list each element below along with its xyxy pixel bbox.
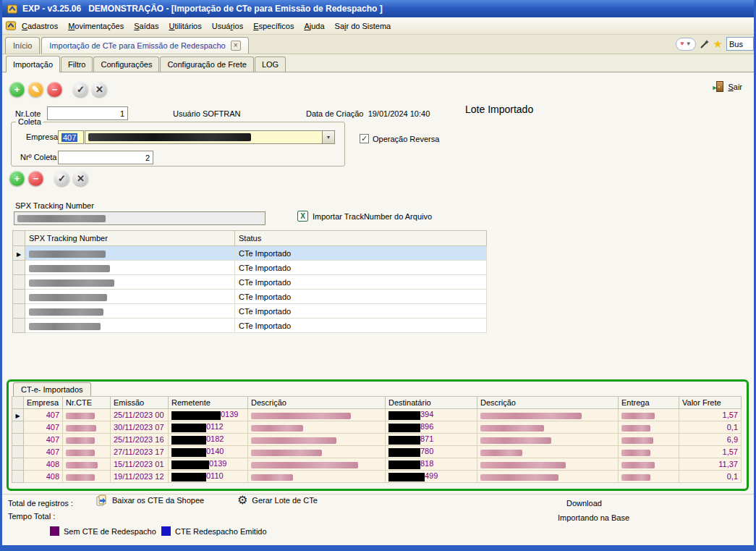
cte-row[interactable]: 40730/11/2023 0701128960,1 — [12, 421, 742, 434]
baixar-cte-button[interactable]: Baixar os CTE da Shopee — [96, 495, 204, 506]
descricao2-cell — [477, 458, 619, 471]
add-button[interactable]: + — [9, 171, 25, 186]
tab-inicio[interactable]: Início — [5, 37, 40, 54]
empresa-combo[interactable]: ▼ — [85, 130, 335, 144]
status-column-header[interactable]: Status — [235, 231, 487, 246]
empresa-label: Empresa — [26, 133, 58, 141]
favorites-dropdown-button[interactable]: ♥▼ — [676, 38, 695, 51]
subtab-configuracao-de-frete[interactable]: Configuração de Frete — [160, 56, 253, 72]
empresa-code-input[interactable]: 407 — [58, 130, 84, 144]
cancel-button[interactable]: ✕ — [73, 171, 88, 186]
menu-item-movimentacoes[interactable]: Movimentações — [63, 19, 129, 33]
redacted-nr-cte — [66, 425, 96, 432]
subtab-filtro[interactable]: Filtro — [61, 56, 93, 72]
importar-tracknumber-button[interactable]: X Importar TrackNumber do Arquivo — [297, 211, 432, 222]
empresa-cell: 407 — [24, 434, 63, 446]
valor-frete-cell: 1,57 — [679, 446, 742, 458]
menu-item-sair-do-sistema[interactable]: Sair do Sistema — [330, 19, 396, 33]
cte-row[interactable]: 40815/11/2023 01013981811,37 — [12, 458, 742, 471]
tracking-row[interactable]: CTe Importado — [13, 261, 487, 275]
status-cell: CTe Importado — [235, 246, 487, 261]
descricao2-cell — [477, 409, 619, 421]
confirm-button[interactable]: ✓ — [73, 82, 88, 97]
descricao2-cell — [477, 434, 619, 446]
coleta-groupbox: Coleta Empresa 407 ▼ Nrº Coleta 2 — [11, 117, 345, 167]
edit-button[interactable]: ✎ — [28, 82, 43, 97]
redacted-nr-cte — [66, 474, 95, 481]
cte-row[interactable]: 40727/11/2023 1701407801,57 — [12, 446, 742, 458]
importar-tracknumber-label: Importar TrackNumber do Arquivo — [313, 212, 432, 221]
tracking-toolbar: +−✓✕ — [9, 171, 88, 186]
tracking-number-column-header[interactable]: SPX Tracking Number — [25, 231, 235, 246]
tracking-row[interactable]: ▶CTe Importado — [13, 246, 487, 261]
descricao-cell — [248, 421, 386, 434]
redacted-tracking-number — [29, 279, 114, 287]
cte-row[interactable]: 40725/11/2023 1601828716,9 — [12, 434, 742, 446]
empresa-cell: 408 — [24, 471, 63, 483]
redacted-descricao — [251, 474, 293, 481]
cte-column-header-entrega[interactable]: Entrega — [619, 397, 679, 409]
confirm-button[interactable]: ✓ — [54, 171, 69, 186]
coleta-legend: Coleta — [16, 117, 43, 126]
chevron-down-icon: ▼ — [686, 41, 692, 47]
valor-frete-cell: 1,57 — [679, 409, 742, 421]
cancel-button[interactable]: ✕ — [92, 82, 107, 97]
cte-column-header-nr-cte[interactable]: Nr.CTE — [63, 397, 111, 409]
subtab-importacao[interactable]: Importação — [6, 56, 60, 72]
row-indicator-icon: ▶ — [15, 413, 20, 419]
subtab-log[interactable]: LOG — [255, 56, 286, 72]
cte-grid: EmpresaNr.CTEEmissãoRemetenteDescriçãoDe… — [12, 396, 742, 483]
subtab-configuracoes[interactable]: Configurações — [93, 56, 159, 72]
delete-button[interactable]: − — [47, 82, 62, 97]
row-gutter-cell — [12, 458, 24, 471]
cte-column-header-remetente[interactable]: Remetente — [169, 397, 248, 409]
redacted-entrega — [621, 437, 653, 444]
cte-column-header-descricao[interactable]: Descrição — [477, 397, 619, 409]
nr-coleta-input[interactable]: 2 — [58, 151, 153, 164]
menu-app-icon[interactable] — [5, 20, 17, 31]
tracking-row[interactable]: CTe Importado — [13, 275, 487, 290]
operacao-reversa-checkbox[interactable]: ✓ Operação Reversa — [360, 134, 439, 143]
cte-row[interactable]: 40819/11/2023 1201104990,1 — [12, 471, 742, 483]
spx-input[interactable] — [14, 211, 266, 225]
app-window: EXP - v3.25.06 DEMONSTRAÇÃO - [Importaçã… — [0, 0, 756, 551]
add-button[interactable]: + — [9, 82, 25, 97]
tracking-row[interactable]: CTe Importado — [13, 290, 487, 304]
nr-cte-cell — [63, 434, 111, 446]
nr-lote-value: 1 — [120, 109, 124, 118]
search-input[interactable] — [726, 37, 754, 51]
legend-swatch — [161, 526, 171, 536]
menu-item-saidas[interactable]: Saídas — [129, 19, 163, 33]
wand-icon[interactable] — [700, 39, 710, 49]
cte-row[interactable]: ▶40725/11/2023 0001393941,57 — [12, 409, 742, 421]
sair-button[interactable]: ► Sair — [712, 81, 742, 93]
cte-column-header-descricao[interactable]: Descrição — [248, 397, 386, 409]
delete-button[interactable]: − — [28, 171, 43, 186]
tracking-number-cell — [25, 290, 235, 304]
combo-dropdown-icon[interactable]: ▼ — [322, 131, 334, 143]
emissao-cell: 25/11/2023 16 — [111, 434, 169, 446]
tempo-total-label: Tempo Total : — [8, 512, 55, 521]
destinatario-cell: 394 — [386, 409, 477, 421]
tracking-row[interactable]: CTe Importado — [13, 319, 487, 333]
cte-column-header-destinatario[interactable]: Destinatário — [386, 397, 477, 409]
menu-item-usuarios[interactable]: Usuários — [207, 19, 248, 33]
tracking-row[interactable]: CTe Importado — [13, 304, 487, 319]
menu-item-cadastros[interactable]: Cadastros — [17, 19, 63, 33]
destinatario-cell: 871 — [386, 434, 477, 446]
tab-cte-importados[interactable]: CT-e- Importados — [13, 382, 91, 396]
menu-item-ajuda[interactable]: Ajuda — [299, 19, 329, 33]
app-icon — [7, 4, 18, 14]
favorite-star-icon[interactable]: ★ — [713, 38, 723, 49]
redacted-descricao — [480, 450, 522, 456]
cte-column-header-emissao[interactable]: Emissão — [111, 397, 169, 409]
tab-importacao-de-cte-para-emissao-de-redespacho[interactable]: Importação de CTe para Emissão de Redesp… — [41, 37, 248, 54]
gerar-lote-button[interactable]: ⚙ Gerar Lote de CTe — [237, 495, 318, 506]
cte-column-header-empresa[interactable]: Empresa — [24, 397, 63, 409]
cte-column-header-valor-frete[interactable]: Valor Frete — [679, 397, 742, 409]
menu-item-utilitarios[interactable]: Utilitários — [163, 19, 206, 33]
menu-item-especificos[interactable]: Específicos — [248, 19, 299, 33]
tab-close-icon[interactable]: × — [231, 41, 241, 51]
exit-door-icon: ► — [712, 81, 724, 93]
descricao-cell — [248, 409, 386, 421]
